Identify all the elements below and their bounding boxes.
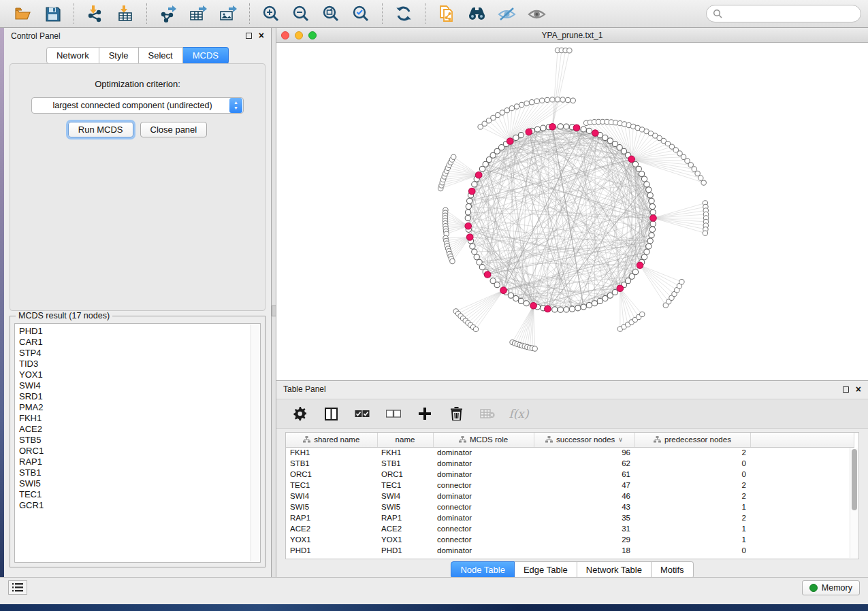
select-stepper-icon: ▲▼ bbox=[229, 98, 242, 113]
export-image-icon[interactable] bbox=[218, 3, 238, 24]
column-type-icon bbox=[303, 436, 310, 443]
mcds-result-item[interactable]: RAP1 bbox=[19, 457, 260, 467]
close-table-panel-icon[interactable]: × bbox=[856, 386, 861, 393]
network-canvas[interactable] bbox=[276, 43, 868, 380]
column-type-icon bbox=[545, 436, 553, 443]
delete-table-disabled-icon bbox=[479, 406, 496, 422]
zoom-in-icon[interactable] bbox=[261, 3, 281, 24]
mcds-result-item[interactable]: STB1 bbox=[19, 467, 260, 478]
control-panel-tabs: NetworkStyleSelectMCDS bbox=[4, 47, 271, 64]
export-network-icon[interactable] bbox=[158, 3, 178, 24]
table-row[interactable]: SWI5SWI5connector431 bbox=[286, 501, 854, 512]
control-panel-title: Control Panel bbox=[11, 31, 61, 41]
mcds-result-item[interactable]: ORC1 bbox=[19, 446, 260, 457]
panel-splitter[interactable] bbox=[272, 28, 276, 584]
memory-button[interactable]: Memory bbox=[802, 580, 860, 595]
table-row[interactable]: ACE2ACE2connector311 bbox=[286, 523, 854, 534]
global-search-field[interactable] bbox=[706, 5, 861, 22]
close-panel-button[interactable]: Close panel bbox=[140, 122, 208, 137]
toolbar-separator bbox=[425, 3, 425, 24]
mcds-result-item[interactable]: CAR1 bbox=[19, 337, 260, 348]
mcds-result-item[interactable]: SRD1 bbox=[19, 391, 260, 402]
fan-nodes[interactable] bbox=[438, 48, 709, 351]
task-history-button[interactable] bbox=[8, 580, 27, 595]
mcds-result-item[interactable]: STP4 bbox=[19, 348, 260, 359]
tab-select[interactable]: Select bbox=[139, 47, 183, 64]
table-row[interactable]: RAP1RAP1dominator352 bbox=[286, 512, 854, 523]
mcds-result-item[interactable]: FKH1 bbox=[19, 413, 260, 424]
toolbar-separator bbox=[249, 3, 250, 24]
sort-indicator-icon: ∨ bbox=[618, 436, 623, 443]
deselect-all-checkboxes-icon[interactable] bbox=[385, 406, 402, 422]
table-row[interactable]: ORC1ORC1dominator610 bbox=[286, 469, 854, 480]
table-row[interactable]: SWI4SWI4dominator462 bbox=[286, 491, 854, 501]
tab-network-table[interactable]: Network Table bbox=[577, 561, 652, 578]
tab-motifs[interactable]: Motifs bbox=[652, 561, 694, 578]
open-file-icon[interactable] bbox=[12, 3, 33, 24]
column-header-name[interactable]: name bbox=[377, 433, 433, 447]
column-header-MCDS-role[interactable]: MCDS role bbox=[433, 433, 534, 447]
zoom-out-icon[interactable] bbox=[291, 3, 311, 24]
show-all-icon[interactable] bbox=[526, 3, 547, 24]
mcds-result-item[interactable]: PHD1 bbox=[19, 326, 260, 337]
table-row[interactable]: YOX1YOX1connector291 bbox=[286, 534, 854, 545]
import-network-icon[interactable] bbox=[85, 3, 106, 24]
float-panel-icon[interactable] bbox=[246, 33, 252, 39]
splitter-handle[interactable] bbox=[272, 306, 276, 316]
table-scrollbar[interactable] bbox=[850, 448, 858, 558]
table-row[interactable]: STB1STB1dominator620 bbox=[286, 458, 854, 469]
refresh-layout-icon[interactable] bbox=[393, 3, 414, 24]
zoom-fit-icon[interactable] bbox=[321, 3, 341, 24]
mcds-result-item[interactable]: SWI5 bbox=[19, 478, 260, 489]
mcds-result-item[interactable]: SWI4 bbox=[19, 380, 260, 391]
column-header-predecessor-nodes[interactable]: predecessor nodes bbox=[634, 433, 750, 447]
mcds-result-item[interactable]: TEC1 bbox=[19, 489, 260, 500]
run-mcds-button[interactable]: Run MCDS bbox=[68, 122, 133, 137]
tab-network[interactable]: Network bbox=[46, 47, 99, 64]
save-session-icon[interactable] bbox=[42, 3, 63, 24]
function-builder-icon: f(x) bbox=[511, 406, 527, 422]
close-panel-icon[interactable]: × bbox=[259, 33, 264, 39]
table-scrollbar-thumb[interactable] bbox=[852, 449, 857, 510]
settings-gear-icon[interactable] bbox=[291, 406, 308, 422]
mcds-result-item[interactable]: PMA2 bbox=[19, 402, 260, 413]
search-input[interactable] bbox=[726, 9, 854, 18]
mcds-list-scrollbar[interactable] bbox=[251, 325, 259, 561]
hide-selected-icon[interactable] bbox=[496, 3, 517, 24]
table-row[interactable]: FKH1FKH1dominator962 bbox=[286, 447, 854, 458]
share-clipboard-icon[interactable] bbox=[436, 3, 457, 24]
import-table-icon[interactable] bbox=[115, 3, 135, 24]
mcds-result-title: MCDS result (17 nodes) bbox=[16, 311, 112, 320]
mcds-result-item[interactable]: ACE2 bbox=[19, 424, 260, 435]
search-network-icon[interactable] bbox=[466, 3, 487, 24]
select-all-checkboxes-icon[interactable] bbox=[354, 406, 370, 422]
delete-column-icon[interactable] bbox=[448, 406, 464, 422]
column-type-icon bbox=[459, 436, 466, 443]
tab-node-table[interactable]: Node Table bbox=[451, 561, 515, 578]
tab-edge-table[interactable]: Edge Table bbox=[515, 561, 577, 578]
node-table: shared namenameMCDS rolesuccessor nodes∨… bbox=[285, 432, 859, 559]
table-row[interactable]: PHD1PHD1dominator180 bbox=[286, 545, 854, 556]
mcds-result-list[interactable]: PHD1CAR1STP4TID3YOX1SWI4SRD1PMA2FKH1ACE2… bbox=[14, 323, 261, 563]
control-panel: Control Panel × NetworkStyleSelectMCDS O… bbox=[4, 28, 272, 584]
export-table-icon[interactable] bbox=[188, 3, 208, 24]
tab-mcds[interactable]: MCDS bbox=[183, 47, 229, 64]
table-panel-title: Table Panel bbox=[283, 384, 326, 394]
network-graph[interactable] bbox=[276, 43, 868, 380]
optimization-criterion-select[interactable]: largest connected component (undirected)… bbox=[31, 97, 244, 114]
column-layout-icon[interactable] bbox=[323, 406, 339, 422]
mcds-result-item[interactable]: YOX1 bbox=[19, 369, 260, 380]
zoom-selected-icon[interactable] bbox=[351, 3, 371, 24]
mcds-result-item[interactable]: TID3 bbox=[19, 359, 260, 369]
network-window-titlebar[interactable]: YPA_prune.txt_1 bbox=[276, 28, 868, 43]
optimization-criterion-value: largest connected component (undirected) bbox=[32, 101, 229, 110]
column-header-shared-name[interactable]: shared name bbox=[286, 433, 377, 447]
mcds-result-item[interactable]: GCR1 bbox=[19, 500, 260, 511]
add-column-icon[interactable] bbox=[417, 406, 433, 422]
network-view-window: YPA_prune.txt_1 bbox=[276, 28, 868, 381]
table-row[interactable]: TEC1TEC1connector472 bbox=[286, 480, 854, 491]
tab-style[interactable]: Style bbox=[99, 47, 139, 64]
column-header-successor-nodes[interactable]: successor nodes∨ bbox=[534, 433, 634, 447]
mcds-result-item[interactable]: STB5 bbox=[19, 435, 260, 446]
float-table-panel-icon[interactable] bbox=[843, 386, 849, 393]
